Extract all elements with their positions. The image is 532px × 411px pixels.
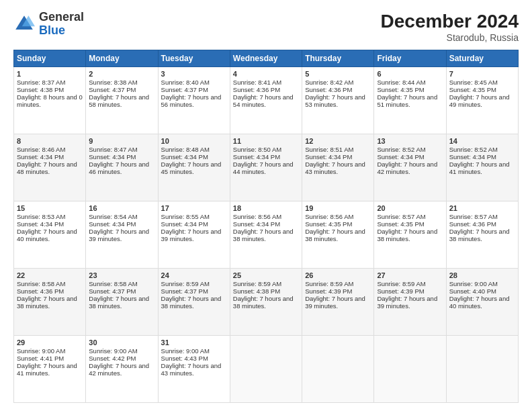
day-number: 2 — [89, 70, 154, 78]
daylight: Daylight: 7 hours and 39 minutes. — [305, 295, 365, 310]
sunset: Sunset: 4:34 PM — [89, 220, 136, 228]
sunrise: Sunrise: 8:56 AM — [305, 213, 353, 220]
sunset: Sunset: 4:41 PM — [17, 355, 64, 362]
sunset: Sunset: 4:34 PM — [233, 153, 280, 161]
sunrise: Sunrise: 8:56 AM — [233, 213, 281, 220]
calendar-header: SundayMondayTuesdayWednesdayThursdayFrid… — [14, 50, 519, 67]
day-cell: 8Sunrise: 8:46 AMSunset: 4:34 PMDaylight… — [14, 134, 86, 201]
daylight: Daylight: 7 hours and 41 minutes. — [17, 362, 77, 377]
daylight: Daylight: 8 hours and 0 minutes. — [17, 93, 83, 108]
day-cell: 12Sunrise: 8:51 AMSunset: 4:34 PMDayligh… — [302, 134, 374, 201]
daylight: Daylight: 7 hours and 38 minutes. — [233, 228, 294, 242]
calendar-table: SundayMondayTuesdayWednesdayThursdayFrid… — [13, 50, 519, 403]
daylight: Daylight: 7 hours and 56 minutes. — [161, 93, 222, 108]
logo: General Blue — [13, 11, 84, 38]
sunrise: Sunrise: 8:45 AM — [449, 79, 498, 86]
day-number: 14 — [449, 137, 515, 145]
day-header-thursday: Thursday — [302, 50, 374, 67]
daylight: Daylight: 7 hours and 39 minutes. — [377, 295, 437, 310]
day-cell: 26Sunrise: 8:59 AMSunset: 4:39 PMDayligh… — [302, 269, 374, 336]
sunset: Sunset: 4:38 PM — [17, 86, 64, 93]
sunrise: Sunrise: 8:54 AM — [89, 213, 137, 220]
sunrise: Sunrise: 9:00 AM — [449, 280, 498, 287]
sunset: Sunset: 4:38 PM — [233, 287, 280, 295]
day-cell: 27Sunrise: 8:59 AMSunset: 4:39 PMDayligh… — [374, 269, 446, 336]
sunrise: Sunrise: 8:57 AM — [377, 213, 425, 220]
sunset: Sunset: 4:39 PM — [305, 287, 352, 295]
header: General Blue December 2024 Starodub, Rus… — [13, 11, 519, 43]
daylight: Daylight: 7 hours and 51 minutes. — [377, 93, 437, 108]
sunset: Sunset: 4:37 PM — [161, 86, 208, 93]
day-number: 29 — [17, 338, 83, 347]
day-header-wednesday: Wednesday — [230, 50, 302, 67]
day-number: 9 — [89, 137, 154, 145]
day-number: 19 — [305, 204, 371, 212]
day-cell: 16Sunrise: 8:54 AMSunset: 4:34 PMDayligh… — [86, 201, 158, 269]
daylight: Daylight: 7 hours and 58 minutes. — [89, 93, 149, 108]
sunrise: Sunrise: 8:41 AM — [233, 79, 281, 86]
empty-cell — [446, 336, 518, 403]
sunset: Sunset: 4:34 PM — [305, 153, 352, 161]
day-cell: 24Sunrise: 8:59 AMSunset: 4:37 PMDayligh… — [158, 269, 230, 336]
daylight: Daylight: 7 hours and 46 minutes. — [89, 161, 149, 175]
day-cell: 10Sunrise: 8:48 AMSunset: 4:34 PMDayligh… — [158, 134, 230, 201]
sunrise: Sunrise: 8:52 AM — [449, 146, 498, 153]
week-row: 8Sunrise: 8:46 AMSunset: 4:34 PMDaylight… — [14, 134, 519, 201]
day-cell: 21Sunrise: 8:57 AMSunset: 4:36 PMDayligh… — [446, 201, 518, 269]
day-cell: 9Sunrise: 8:47 AMSunset: 4:34 PMDaylight… — [86, 134, 158, 201]
sunrise: Sunrise: 8:37 AM — [17, 79, 65, 86]
day-cell: 19Sunrise: 8:56 AMSunset: 4:35 PMDayligh… — [302, 201, 374, 269]
daylight: Daylight: 7 hours and 44 minutes. — [233, 161, 294, 175]
sunrise: Sunrise: 8:59 AM — [233, 280, 281, 287]
main-title: December 2024 — [381, 11, 519, 32]
day-number: 25 — [233, 271, 299, 279]
day-number: 6 — [377, 70, 443, 78]
sunset: Sunset: 4:35 PM — [449, 86, 496, 93]
daylight: Daylight: 7 hours and 41 minutes. — [449, 161, 510, 175]
day-header-friday: Friday — [374, 50, 446, 67]
sunrise: Sunrise: 8:57 AM — [449, 213, 498, 220]
sunrise: Sunrise: 8:48 AM — [161, 146, 210, 153]
day-cell: 2Sunrise: 8:38 AMSunset: 4:37 PMDaylight… — [86, 67, 158, 134]
daylight: Daylight: 7 hours and 53 minutes. — [305, 93, 365, 108]
sunset: Sunset: 4:35 PM — [377, 220, 424, 228]
week-row: 1Sunrise: 8:37 AMSunset: 4:38 PMDaylight… — [14, 67, 519, 134]
daylight: Daylight: 7 hours and 38 minutes. — [233, 295, 294, 310]
day-number: 11 — [233, 137, 299, 145]
sunset: Sunset: 4:34 PM — [17, 220, 64, 228]
day-number: 3 — [161, 70, 227, 78]
daylight: Daylight: 7 hours and 42 minutes. — [377, 161, 437, 175]
day-cell: 5Sunrise: 8:42 AMSunset: 4:36 PMDaylight… — [302, 67, 374, 134]
sunrise: Sunrise: 8:59 AM — [377, 280, 425, 287]
daylight: Daylight: 7 hours and 49 minutes. — [449, 93, 510, 108]
day-number: 21 — [449, 204, 515, 212]
day-number: 7 — [449, 70, 515, 78]
day-cell: 6Sunrise: 8:44 AMSunset: 4:35 PMDaylight… — [374, 67, 446, 134]
page: General Blue December 2024 Starodub, Rus… — [0, 0, 532, 411]
sunrise: Sunrise: 8:44 AM — [377, 79, 425, 86]
sunset: Sunset: 4:37 PM — [89, 86, 136, 93]
day-number: 23 — [89, 271, 154, 279]
day-number: 10 — [161, 137, 227, 145]
day-number: 15 — [17, 204, 83, 212]
empty-cell — [302, 336, 374, 403]
day-cell: 14Sunrise: 8:52 AMSunset: 4:34 PMDayligh… — [446, 134, 518, 201]
empty-cell — [374, 336, 446, 403]
sunrise: Sunrise: 8:47 AM — [89, 146, 137, 153]
daylight: Daylight: 7 hours and 40 minutes. — [449, 295, 510, 310]
daylight: Daylight: 7 hours and 38 minutes. — [89, 295, 149, 310]
day-number: 13 — [377, 137, 443, 145]
sunrise: Sunrise: 8:38 AM — [89, 79, 137, 86]
day-number: 12 — [305, 137, 371, 145]
sunset: Sunset: 4:34 PM — [377, 153, 424, 161]
week-row: 29Sunrise: 9:00 AMSunset: 4:41 PMDayligh… — [14, 336, 519, 403]
daylight: Daylight: 7 hours and 39 minutes. — [89, 228, 149, 242]
day-cell: 4Sunrise: 8:41 AMSunset: 4:36 PMDaylight… — [230, 67, 302, 134]
sunrise: Sunrise: 8:58 AM — [17, 280, 65, 287]
sunset: Sunset: 4:34 PM — [17, 153, 64, 161]
sunset: Sunset: 4:36 PM — [305, 86, 352, 93]
sunset: Sunset: 4:42 PM — [89, 355, 136, 362]
day-cell: 17Sunrise: 8:55 AMSunset: 4:34 PMDayligh… — [158, 201, 230, 269]
day-cell: 3Sunrise: 8:40 AMSunset: 4:37 PMDaylight… — [158, 67, 230, 134]
sunrise: Sunrise: 8:50 AM — [233, 146, 281, 153]
